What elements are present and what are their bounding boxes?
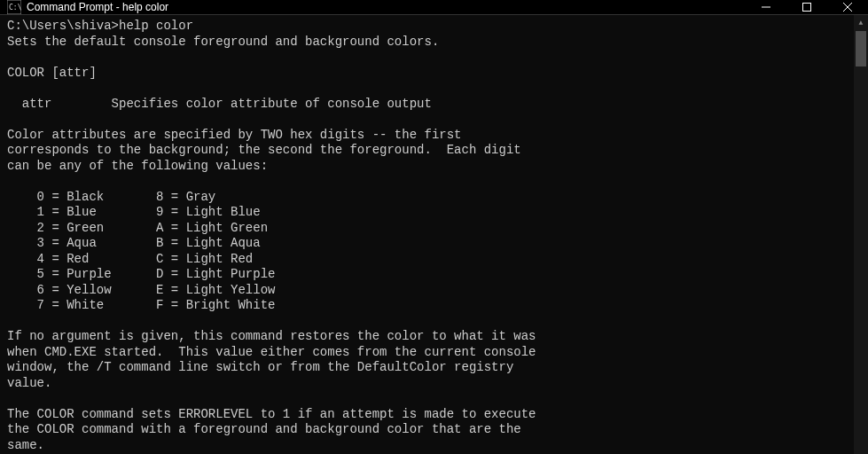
output-line: Sets the default console foreground and … [7, 35, 439, 49]
terminal-output[interactable]: C:\Users\shiva>help color Sets the defau… [0, 15, 854, 454]
terminal-area: C:\Users\shiva>help color Sets the defau… [0, 15, 868, 454]
svg-text:C:\: C:\ [9, 4, 21, 12]
output-line: the COLOR command with a foreground and … [7, 422, 521, 436]
cmd-icon: C:\ [7, 0, 21, 14]
command-prompt-window: C:\ Command Prompt - help color C:\Users… [0, 0, 868, 454]
minimize-button[interactable] [746, 0, 786, 14]
color-line: 4 = Red C = Light Red [7, 252, 253, 266]
vertical-scrollbar[interactable]: ▲ ▼ [854, 15, 868, 454]
color-line: 1 = Blue 9 = Light Blue [7, 205, 261, 219]
scrollbar-thumb[interactable] [856, 31, 866, 67]
color-line: 6 = Yellow E = Light Yellow [7, 283, 275, 297]
color-line: 0 = Black 8 = Gray [7, 190, 215, 204]
output-line: attr Specifies color attribute of consol… [7, 97, 432, 111]
color-line: 5 = Purple D = Light Purple [7, 267, 275, 281]
output-line: value. [7, 376, 51, 390]
command-text: help color [119, 19, 193, 33]
output-line: window, the /T command line switch or fr… [7, 360, 513, 374]
output-line: COLOR [attr] [7, 66, 97, 80]
prompt-text: C:\Users\shiva> [7, 19, 119, 33]
close-button[interactable] [827, 0, 868, 14]
output-line: can be any of the following values: [7, 159, 268, 173]
window-title: Command Prompt - help color [27, 1, 746, 13]
svg-rect-3 [803, 4, 811, 12]
maximize-button[interactable] [786, 0, 827, 14]
color-line: 3 = Aqua B = Light Aqua [7, 236, 261, 250]
window-controls [746, 0, 868, 14]
scroll-up-arrow[interactable]: ▲ [854, 15, 868, 29]
titlebar[interactable]: C:\ Command Prompt - help color [0, 0, 868, 15]
color-line: 7 = White F = Bright White [7, 298, 275, 312]
output-line: when CMD.EXE started. This value either … [7, 345, 536, 359]
output-line: The COLOR command sets ERRORLEVEL to 1 i… [7, 407, 536, 421]
output-line: same. [7, 438, 44, 452]
output-line: If no argument is given, this command re… [7, 329, 536, 343]
color-line: 2 = Green A = Light Green [7, 221, 268, 235]
output-line: corresponds to the background; the secon… [7, 143, 521, 157]
output-line: Color attributes are specified by TWO he… [7, 128, 461, 142]
